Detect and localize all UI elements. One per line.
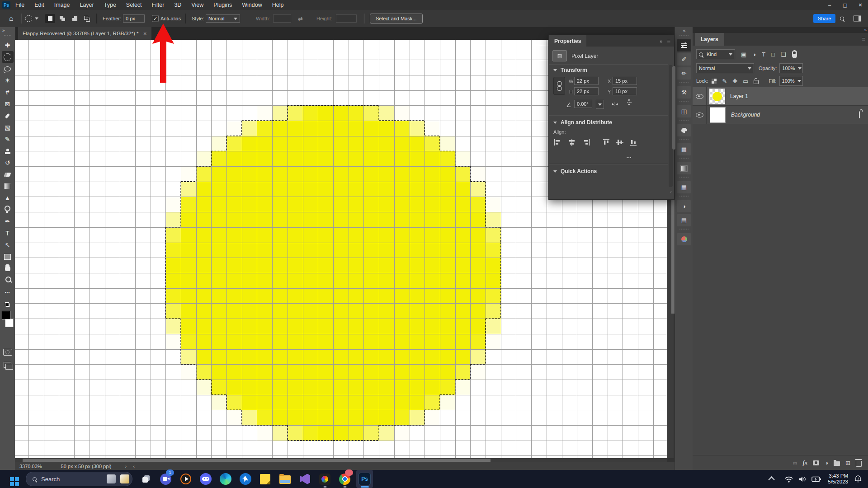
link-layers-icon[interactable]: ∞ (793, 460, 797, 466)
3d-panel-tab[interactable]: ◫ (677, 105, 691, 117)
lasso-tool[interactable] (2, 63, 14, 75)
zoom-tool[interactable] (2, 274, 14, 286)
taskbar-discord-icon[interactable] (199, 471, 212, 487)
lock-pixels-icon[interactable]: ✎ (722, 78, 727, 84)
properties-scrollbar-thumb[interactable] (672, 66, 675, 150)
x-value-input[interactable]: 15 px (613, 77, 637, 85)
filter-adjustment-layers-icon[interactable]: ◑ (752, 51, 756, 58)
delete-layer-icon[interactable] (856, 459, 862, 467)
tool-presets-panel-tab[interactable]: ⚒ (677, 86, 691, 99)
anti-alias-checkbox[interactable]: ✓ (152, 15, 159, 22)
panel-collapse-icon[interactable]: » (660, 38, 662, 44)
filter-pixel-layers-icon[interactable]: ▣ (741, 51, 746, 58)
brush-tool[interactable]: ✎ (2, 133, 14, 145)
color-panel-tab[interactable] (677, 124, 691, 136)
align-middle-vertical-button[interactable] (616, 138, 624, 146)
select-and-mask-button[interactable]: Select and Mask... (370, 14, 423, 23)
properties-scrollbar[interactable]: ⌄ (669, 65, 673, 187)
creative-cloud-panel-tab[interactable] (677, 233, 691, 245)
taskbar-sticky-notes-icon[interactable] (259, 471, 271, 487)
more-tools-tool[interactable]: ••• (2, 286, 14, 298)
taskbar-edge-icon[interactable] (219, 471, 231, 487)
taskbar-chat-icon[interactable]: 1 (160, 471, 172, 487)
new-group-icon[interactable] (834, 460, 840, 466)
screen-mode-button[interactable] (4, 362, 11, 368)
rectangle-tool[interactable] (2, 251, 14, 263)
lock-position-icon[interactable]: ✚ (732, 78, 737, 84)
flip-vertical-icon[interactable]: ▸┆◂ (627, 99, 632, 104)
search-icon[interactable] (840, 17, 844, 21)
tab-close-icon[interactable]: ✕ (143, 31, 147, 36)
menu-3d[interactable]: 3D (169, 0, 186, 10)
width-input[interactable] (273, 14, 291, 23)
layer-name[interactable]: Background (731, 112, 760, 118)
brush-settings-panel-tab[interactable]: ✐ (677, 53, 691, 66)
rotation-select[interactable] (596, 100, 604, 109)
dodge-tool[interactable] (2, 204, 14, 216)
rotation-input[interactable]: 0.00° (574, 100, 592, 108)
new-adjustment-layer-icon[interactable]: ◑ (825, 460, 828, 466)
clone-stamp-tool[interactable] (2, 145, 14, 157)
menu-filter[interactable]: Filter (147, 0, 170, 10)
filter-toggle-icon[interactable] (792, 50, 797, 58)
add-layer-mask-icon[interactable] (813, 460, 819, 465)
home-icon[interactable]: ⌂ (9, 14, 14, 23)
share-button[interactable]: Share (813, 14, 835, 23)
fill-select[interactable]: 100% (779, 76, 803, 86)
align-section-header[interactable]: Align and Distribute (553, 119, 612, 126)
new-layer-icon[interactable]: ⊞ (845, 460, 850, 466)
pen-tool[interactable]: ✒ (2, 216, 14, 227)
horizontal-scrollbar[interactable] (15, 458, 667, 462)
layer-row-layer-1[interactable]: Layer 1 (693, 87, 868, 106)
layers-collapse-icon[interactable]: » (864, 28, 866, 33)
quick-mask-button[interactable] (3, 349, 12, 356)
history-brush-tool[interactable]: ↺ (2, 157, 14, 169)
properties-tab[interactable]: Properties (549, 35, 586, 47)
subtract-selection-button[interactable] (70, 14, 80, 23)
height-value-input[interactable]: 22 px (574, 87, 599, 95)
foreground-color-swatch[interactable] (2, 311, 10, 319)
taskbar-file-explorer-icon[interactable] (279, 471, 291, 487)
crop-tool[interactable]: # (2, 86, 14, 98)
new-selection-button[interactable] (45, 14, 55, 23)
eyedropper-tool[interactable] (2, 110, 14, 122)
frame-tool[interactable]: ⊠ (2, 98, 14, 110)
filter-type-layers-icon[interactable]: T (762, 51, 765, 58)
libraries-panel-tab[interactable]: ▤ (677, 214, 691, 226)
start-button[interactable] (10, 477, 14, 481)
menu-plugins[interactable]: Plugins (208, 0, 237, 10)
layer-effects-icon[interactable]: fx (802, 459, 807, 466)
layer-row-background[interactable]: Background (693, 106, 868, 124)
dock-collapse-icon[interactable]: « (683, 28, 685, 33)
object-selection-tool[interactable]: ✶ (2, 75, 14, 86)
menu-edit[interactable]: Edit (29, 0, 49, 10)
taskbar-chrome-icon[interactable] (339, 471, 351, 487)
menu-type[interactable]: Type (99, 0, 121, 10)
battery-charging-icon[interactable] (811, 476, 821, 482)
layer-thumbnail[interactable] (710, 107, 726, 123)
wifi-icon[interactable] (784, 476, 793, 483)
patterns-panel-tab[interactable]: ▩ (677, 143, 691, 155)
tray-expand-icon[interactable] (769, 476, 775, 483)
y-value-input[interactable]: 18 px (613, 87, 637, 95)
panel-menu-icon[interactable]: ≡ (667, 38, 670, 44)
status-prev-icon[interactable]: ‹ (133, 464, 135, 469)
layer-thumbnail[interactable] (710, 89, 725, 104)
tool-preset-picker[interactable] (25, 15, 38, 22)
swap-dimensions-icon[interactable]: ⇄ (298, 15, 303, 22)
taskbar-task-view-icon[interactable] (140, 471, 152, 487)
gradient-tool[interactable] (2, 180, 14, 192)
volume-icon[interactable] (799, 476, 807, 483)
opacity-select[interactable]: 100% (779, 63, 803, 73)
brushes-panel-tab[interactable]: ✏ (677, 67, 691, 80)
align-more-icon[interactable]: ••• (627, 155, 632, 160)
swatches-panel-tab[interactable]: ▦ (677, 181, 691, 193)
background-color-swatch[interactable] (5, 319, 14, 327)
type-tool[interactable]: T (2, 227, 14, 239)
taskbar-blue-app-icon[interactable] (239, 471, 251, 487)
healing-brush-tool[interactable]: ▧ (2, 122, 14, 133)
width-value-input[interactable]: 22 px (574, 77, 599, 85)
document-tab[interactable]: Flappy-Recovered @ 3370% (Layer 1, RGB/3… (18, 27, 151, 40)
layer-name[interactable]: Layer 1 (730, 93, 748, 99)
layers-menu-icon[interactable]: ≡ (862, 36, 865, 42)
